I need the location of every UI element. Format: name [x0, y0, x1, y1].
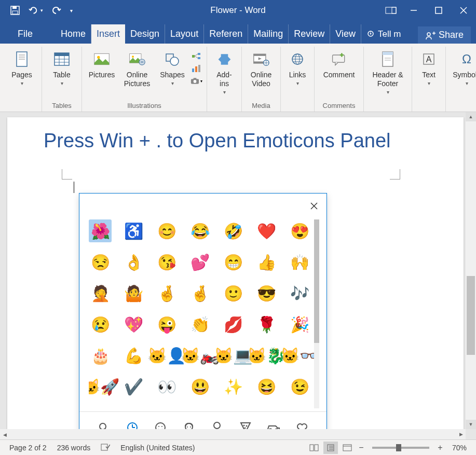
status-page[interactable]: Page 2 of 2 [4, 444, 52, 452]
screenshot-button[interactable]: ▾ [190, 76, 202, 86]
emoji-item[interactable]: 👏 [188, 313, 211, 336]
scroll-left-button[interactable]: ◀ [0, 430, 9, 439]
zoom-level[interactable]: 70% [447, 444, 472, 452]
status-words[interactable]: 236 words [52, 444, 96, 452]
emoji-close-button[interactable] [309, 201, 319, 211]
svg-line-35 [195, 54, 198, 56]
emoji-item[interactable]: 😃 [188, 375, 211, 398]
svg-line-36 [195, 56, 198, 58]
emoji-item[interactable]: 😊 [155, 219, 178, 242]
emoji-item[interactable]: ✔️ [122, 375, 145, 398]
emoji-item[interactable]: 🤷 [122, 282, 145, 305]
emoji-item[interactable]: 🤦 [89, 282, 112, 305]
share-button[interactable]: Share [418, 26, 471, 44]
display-options-button[interactable] [380, 3, 401, 18]
emoji-item[interactable]: 🌺 [89, 219, 112, 242]
emoji-item[interactable]: 😍 [288, 219, 311, 242]
emoji-item[interactable]: 🎉 [288, 313, 311, 336]
emoji-item[interactable]: 😢 [89, 313, 112, 336]
svg-point-11 [370, 33, 371, 35]
emoji-item[interactable]: 🤣 [222, 219, 244, 242]
zoom-out-button[interactable]: − [357, 443, 366, 452]
pages-button[interactable]: Pages ▾ [6, 49, 37, 112]
symbols-button[interactable]: Ω Symbols ▾ [450, 49, 476, 112]
emoji-item[interactable]: 🤞 [188, 282, 211, 305]
horizontal-scrollbar[interactable]: ◀ ▶ [0, 429, 466, 439]
dropdown-icon: ▾ [428, 80, 430, 86]
tell-me-search[interactable]: Tell m [361, 25, 406, 44]
emoji-item[interactable]: 🤞 [155, 282, 178, 305]
svg-rect-82 [310, 445, 314, 451]
scroll-thumb[interactable] [467, 276, 475, 355]
view-print-layout[interactable] [323, 442, 338, 454]
emoji-item[interactable]: 😉 [288, 375, 311, 398]
scroll-right-button[interactable]: ▶ [456, 429, 466, 439]
emoji-item[interactable]: ♿ [122, 219, 145, 242]
undo-button[interactable]: ▾ [29, 3, 43, 18]
smartart-button[interactable] [190, 51, 202, 61]
svg-point-41 [194, 80, 197, 83]
emoji-item[interactable]: 😒 [89, 251, 112, 273]
emoji-item[interactable]: 🐱‍🐉 [255, 344, 278, 367]
tab-insert[interactable]: Insert [91, 24, 125, 44]
emoji-item[interactable]: 😁 [222, 251, 244, 273]
emoji-item[interactable]: 😜 [155, 313, 178, 336]
emoji-item[interactable]: ✨ [222, 375, 244, 398]
tab-home[interactable]: Home [56, 24, 91, 44]
emoji-item[interactable]: 👌 [122, 251, 145, 273]
emoji-item[interactable]: 💋 [222, 313, 244, 336]
addins-button[interactable]: Add-ins ▾ [211, 49, 237, 112]
emoji-item[interactable]: 😂 [188, 219, 211, 242]
tab-design[interactable]: Design [125, 24, 165, 44]
pictures-label: Pictures [89, 71, 115, 79]
emoji-item[interactable]: 💪 [122, 344, 145, 367]
text-button[interactable]: A Text ▾ [416, 49, 441, 112]
scroll-down-button[interactable]: ▼ [466, 420, 476, 429]
zoom-in-button[interactable]: + [436, 443, 445, 452]
tab-references[interactable]: Referen [204, 24, 248, 44]
tab-review[interactable]: Review [289, 24, 330, 44]
emoji-item[interactable]: 🐱‍👓 [288, 344, 311, 367]
close-button[interactable] [451, 0, 476, 21]
emoji-item[interactable]: 👀 [155, 375, 178, 398]
document-page[interactable]: Press Win + . to Open Emoticons Panel 🌺♿… [7, 117, 464, 439]
tab-mailings[interactable]: Mailing [248, 24, 289, 44]
tab-file[interactable]: File [10, 24, 40, 44]
chart-button[interactable] [190, 63, 202, 74]
pictures-button[interactable]: Pictures [86, 49, 117, 112]
redo-button[interactable] [49, 3, 64, 18]
status-language[interactable]: English (United States) [115, 444, 200, 452]
emoji-item[interactable]: 🎶 [288, 282, 311, 305]
emoji-item[interactable]: 🐱‍🚀 [89, 375, 112, 398]
status-spellcheck[interactable] [96, 443, 115, 452]
shapes-button[interactable]: Shapes ▾ [157, 49, 188, 112]
emoji-item[interactable]: 🙂 [222, 282, 244, 305]
scroll-up-button[interactable]: ▲ [466, 112, 476, 121]
tab-view[interactable]: View [330, 24, 361, 44]
emoji-item[interactable]: 🐱‍🏍 [188, 344, 211, 367]
view-web-layout[interactable] [340, 442, 355, 454]
emoji-item[interactable]: ❤️ [255, 219, 278, 242]
emoji-item[interactable]: 🐱‍👤 [155, 344, 178, 367]
links-button[interactable]: Links ▾ [285, 49, 310, 112]
shapes-label: Shapes [160, 71, 184, 79]
zoom-slider[interactable] [372, 447, 429, 449]
emoji-item[interactable]: 🙌 [288, 251, 311, 273]
vertical-scrollbar[interactable]: ▲ ▼ [466, 112, 476, 429]
emoji-item[interactable]: 🎂 [89, 344, 112, 367]
emoji-scrollbar[interactable] [314, 219, 319, 408]
emoji-item[interactable]: 😆 [255, 375, 278, 398]
header-footer-button[interactable]: Header & Footer ▾ [368, 49, 407, 112]
emoji-item[interactable]: 😘 [155, 251, 178, 273]
maximize-button[interactable] [426, 0, 451, 21]
emoji-item[interactable]: 💖 [122, 313, 145, 336]
emoji-item[interactable]: 💕 [188, 251, 211, 273]
save-button[interactable] [8, 3, 22, 18]
minimize-button[interactable] [401, 0, 426, 21]
emoji-item[interactable]: 🐱‍💻 [222, 344, 244, 367]
emoji-item[interactable]: 😎 [255, 282, 278, 305]
tab-layout[interactable]: Layout [165, 24, 204, 44]
view-read-mode[interactable] [307, 442, 321, 454]
emoji-item[interactable]: 👍 [255, 251, 278, 273]
emoji-item[interactable]: 🌹 [255, 313, 278, 336]
